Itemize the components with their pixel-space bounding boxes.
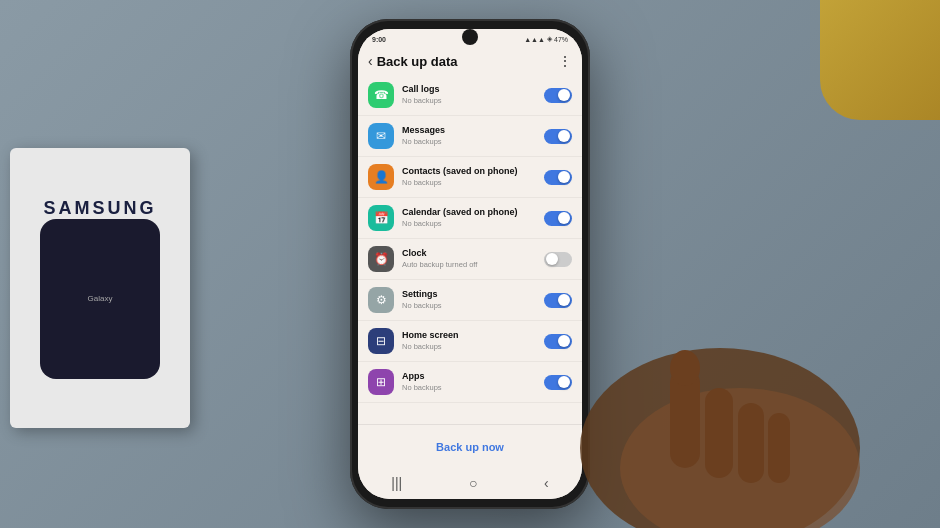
samsung-box: SAMSUNG Galaxy [0,148,200,528]
calendar-toggle[interactable] [544,211,572,226]
contacts-text: Contacts (saved on phone)No backups [402,166,544,187]
messages-subtitle: No backups [402,137,544,147]
contacts-name: Contacts (saved on phone) [402,166,544,178]
wifi-icon: ◈ [547,35,552,43]
backup-button-container: Back up now [358,424,582,469]
contacts-icon: 👤 [368,164,394,190]
apps-icon: ⊞ [368,369,394,395]
messages-toggle[interactable] [544,129,572,144]
messages-text: MessagesNo backups [402,125,544,146]
box-top-face: SAMSUNG Galaxy [10,148,190,428]
apps-toggle[interactable] [544,375,572,390]
battery-indicator: 47% [554,36,568,43]
home-button[interactable]: ○ [469,475,477,491]
home-screen-text: Home screenNo backups [402,330,544,351]
calendar-icon: 📅 [368,205,394,231]
calendar-text: Calendar (saved on phone)No backups [402,207,544,228]
settings-toggle[interactable] [544,293,572,308]
phone-notch [462,29,478,45]
contacts-toggle[interactable] [544,170,572,185]
clock-icon: ⏰ [368,246,394,272]
list-item-call-logs: ☎Call logsNo backups [358,75,582,116]
home-screen-name: Home screen [402,330,544,342]
home-screen-toggle[interactable] [544,334,572,349]
home-screen-toggle-knob [558,335,570,347]
settings-toggle-knob [558,294,570,306]
clock-name: Clock [402,248,544,260]
more-options-button[interactable]: ⋮ [558,53,572,69]
box-phone-image: Galaxy [40,219,160,379]
clock-toggle[interactable] [544,252,572,267]
list-item-clock: ⏰ClockAuto backup turned off [358,239,582,280]
clock-subtitle: Auto backup turned off [402,260,544,270]
apps-toggle-knob [558,376,570,388]
apps-text: AppsNo backups [402,371,544,392]
messages-icon: ✉ [368,123,394,149]
calendar-toggle-knob [558,212,570,224]
list-item-contacts: 👤Contacts (saved on phone)No backups [358,157,582,198]
clock-text: ClockAuto backup turned off [402,248,544,269]
signal-icon: ▲▲▲ [524,36,545,43]
call-logs-name: Call logs [402,84,544,96]
status-time: 9:00 [372,36,386,43]
decorative-object-top-right [820,0,940,120]
navigation-bar: ||| ○ ‹ [358,469,582,499]
call-logs-icon: ☎ [368,82,394,108]
apps-subtitle: No backups [402,383,544,393]
list-item-home-screen: ⊟Home screenNo backups [358,321,582,362]
contacts-subtitle: No backups [402,178,544,188]
call-logs-text: Call logsNo backups [402,84,544,105]
recent-apps-button[interactable]: ||| [391,475,402,491]
call-logs-toggle-knob [558,89,570,101]
app-content: ‹ Back up data ⋮ ☎Call logsNo backups✉Me… [358,45,582,499]
backup-items-list: ☎Call logsNo backups✉MessagesNo backups👤… [358,75,582,424]
list-item-messages: ✉MessagesNo backups [358,116,582,157]
page-title: Back up data [377,54,558,69]
list-item-calendar: 📅Calendar (saved on phone)No backups [358,198,582,239]
settings-subtitle: No backups [402,301,544,311]
settings-text: SettingsNo backups [402,289,544,310]
page-header: ‹ Back up data ⋮ [358,45,582,75]
messages-name: Messages [402,125,544,137]
settings-icon: ⚙ [368,287,394,313]
status-icons: ▲▲▲ ◈ 47% [524,35,568,43]
list-item-settings: ⚙SettingsNo backups [358,280,582,321]
calendar-subtitle: No backups [402,219,544,229]
backup-now-button[interactable]: Back up now [416,435,524,459]
back-button[interactable]: ‹ [368,53,373,69]
apps-name: Apps [402,371,544,383]
phone-screen: 9:00 ▲▲▲ ◈ 47% ‹ Back up data ⋮ ☎Call lo… [358,29,582,499]
call-logs-toggle[interactable] [544,88,572,103]
home-screen-subtitle: No backups [402,342,544,352]
call-logs-subtitle: No backups [402,96,544,106]
samsung-logo: SAMSUNG [43,198,156,219]
contacts-toggle-knob [558,171,570,183]
list-item-apps: ⊞AppsNo backups [358,362,582,403]
settings-name: Settings [402,289,544,301]
calendar-name: Calendar (saved on phone) [402,207,544,219]
back-nav-button[interactable]: ‹ [544,475,549,491]
home-screen-icon: ⊟ [368,328,394,354]
phone-device: 9:00 ▲▲▲ ◈ 47% ‹ Back up data ⋮ ☎Call lo… [350,19,590,509]
clock-toggle-knob [546,253,558,265]
messages-toggle-knob [558,130,570,142]
